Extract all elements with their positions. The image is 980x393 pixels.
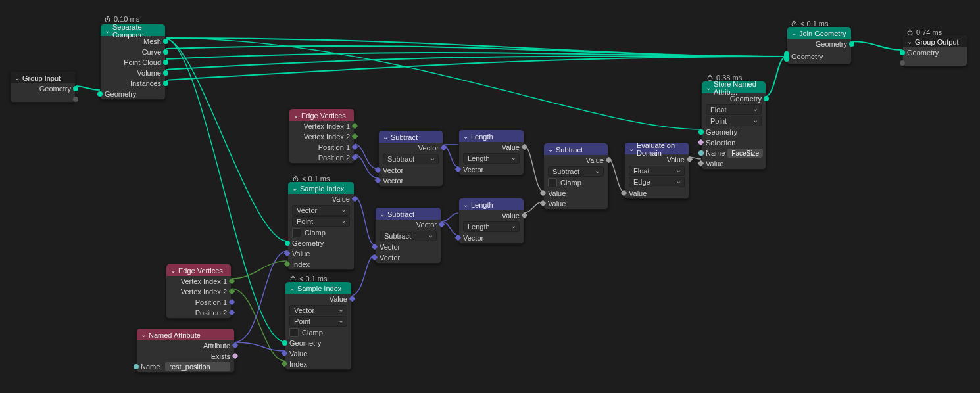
clamp-checkbox-row[interactable]: Clamp <box>288 227 354 238</box>
socket[interactable] <box>163 49 168 55</box>
node-header[interactable]: ⌄Named Attribute <box>137 329 234 340</box>
node-sample-index-1[interactable]: ⌄Sample Index Value Vector Point Clamp G… <box>287 181 355 270</box>
node-header[interactable]: ⌄Subtract <box>376 208 441 220</box>
operation-dropdown[interactable]: Subtract <box>548 166 604 177</box>
node-evaluate-on-domain[interactable]: ⌄Evaluate on Domain Value Float Edge Val… <box>624 142 689 199</box>
socket[interactable] <box>540 200 547 207</box>
socket[interactable] <box>229 289 235 295</box>
operation-dropdown[interactable]: Length <box>463 221 520 232</box>
socket-geometry[interactable] <box>73 86 78 91</box>
socket[interactable] <box>522 212 528 219</box>
socket[interactable] <box>282 350 288 357</box>
socket-multi[interactable] <box>784 51 789 62</box>
socket[interactable] <box>698 150 704 156</box>
clamp-checkbox-row[interactable]: Clamp <box>285 327 351 338</box>
socket[interactable] <box>163 70 168 76</box>
socket[interactable] <box>352 144 358 150</box>
node-header[interactable]: ⌄Store Named Attrib… <box>702 81 766 93</box>
node-edge-vertices-1[interactable]: ⌄ Edge Vertices Vertex Index 1 Vertex In… <box>289 108 355 164</box>
node-group-output[interactable]: ⌄Group Output Geometry <box>902 35 968 66</box>
node-subtract-vector-1[interactable]: ⌄Subtract Vector Subtract Vector Vector <box>378 130 443 187</box>
datatype-dropdown[interactable]: Vector <box>292 205 350 216</box>
socket[interactable] <box>232 342 239 349</box>
socket[interactable] <box>621 190 627 196</box>
socket[interactable] <box>455 235 462 241</box>
node-header[interactable]: ⌄Subtract <box>379 131 443 143</box>
socket[interactable] <box>163 39 168 44</box>
socket[interactable] <box>606 157 612 164</box>
node-header[interactable]: ⌄Length <box>459 130 524 142</box>
node-header[interactable]: ⌄Subtract <box>544 143 608 155</box>
domain-dropdown[interactable]: Point <box>706 116 762 126</box>
socket[interactable] <box>285 241 290 246</box>
node-join-geometry[interactable]: ⌄Join Geometry Geometry Geometry <box>787 26 852 64</box>
node-length-1[interactable]: ⌄Length Value Length Vector <box>458 129 524 175</box>
node-named-attribute[interactable]: ⌄Named Attribute Attribute Exists Name r… <box>136 328 235 373</box>
socket[interactable] <box>439 221 445 228</box>
socket[interactable] <box>352 154 358 161</box>
checkbox[interactable] <box>292 228 301 237</box>
socket[interactable] <box>687 156 693 163</box>
domain-dropdown[interactable]: Point <box>292 216 350 227</box>
operation-dropdown[interactable]: Subtract <box>383 154 439 164</box>
clamp-checkbox-row[interactable]: Clamp <box>544 177 608 188</box>
node-subtract-float[interactable]: ⌄Subtract Value Subtract Clamp Value Val… <box>543 143 608 210</box>
socket-empty[interactable] <box>900 60 905 66</box>
datatype-dropdown[interactable]: Float <box>706 104 762 115</box>
node-length-2[interactable]: ⌄Length Value Length Vector <box>458 198 524 244</box>
socket[interactable] <box>282 340 287 346</box>
socket[interactable] <box>352 123 358 129</box>
node-header[interactable]: ⌄Sample Index <box>285 282 351 294</box>
node-header[interactable]: ⌄Evaluate on Domain <box>625 143 689 154</box>
socket[interactable] <box>522 144 528 150</box>
domain-dropdown[interactable]: Edge <box>629 177 685 187</box>
node-header[interactable]: ⌄ Edge Vertices <box>289 109 354 121</box>
checkbox[interactable] <box>548 178 557 187</box>
checkbox[interactable] <box>289 328 299 337</box>
node-edge-vertices-2[interactable]: ⌄Edge Vertices Vertex Index 1 Vertex Ind… <box>166 264 232 319</box>
socket[interactable] <box>349 296 356 302</box>
operation-dropdown[interactable]: Length <box>463 153 520 164</box>
node-sample-index-2[interactable]: ⌄Sample Index Value Vector Point Clamp G… <box>285 281 352 370</box>
socket[interactable] <box>229 299 235 306</box>
socket[interactable] <box>372 244 378 250</box>
node-header[interactable]: ⌄ Group Input <box>11 72 75 83</box>
socket[interactable] <box>455 166 462 173</box>
node-header[interactable]: ⌄Join Geometry <box>787 27 851 39</box>
socket[interactable] <box>375 177 381 184</box>
socket[interactable] <box>698 160 704 167</box>
name-field[interactable]: rest_position <box>165 362 230 371</box>
node-separate-components[interactable]: ⌄ Separate Compone… Mesh Curve Point Clo… <box>100 24 166 100</box>
name-field[interactable]: FaceSize <box>727 149 763 158</box>
operation-dropdown[interactable]: Subtract <box>380 231 437 241</box>
node-header[interactable]: ⌄Sample Index <box>288 182 354 194</box>
node-header[interactable]: ⌄ Separate Compone… <box>101 24 165 36</box>
node-subtract-vector-2[interactable]: ⌄Subtract Vector Subtract Vector Vector <box>375 207 441 264</box>
socket[interactable] <box>372 254 378 261</box>
datatype-dropdown[interactable]: Vector <box>289 305 347 315</box>
socket[interactable] <box>284 250 291 257</box>
node-group-input[interactable]: ⌄ Group Input Geometry <box>10 71 76 103</box>
socket[interactable] <box>163 60 168 65</box>
socket[interactable] <box>849 41 854 47</box>
socket[interactable] <box>163 81 168 86</box>
socket[interactable] <box>698 139 704 146</box>
socket[interactable] <box>282 361 288 367</box>
node-header[interactable]: ⌄Length <box>459 198 524 210</box>
node-store-named-attribute[interactable]: ⌄Store Named Attrib… Geometry Float Poin… <box>701 81 766 170</box>
node-header[interactable]: ⌄Group Output <box>903 35 967 47</box>
socket[interactable] <box>229 310 235 316</box>
socket[interactable] <box>352 133 358 140</box>
socket[interactable] <box>284 261 291 267</box>
socket-empty[interactable] <box>73 97 78 102</box>
socket[interactable] <box>375 167 381 173</box>
socket[interactable] <box>441 145 447 151</box>
socket[interactable] <box>134 364 139 369</box>
socket[interactable] <box>540 190 547 196</box>
socket[interactable] <box>97 91 103 97</box>
socket[interactable] <box>900 50 905 55</box>
node-header[interactable]: ⌄Edge Vertices <box>166 264 231 276</box>
socket[interactable] <box>229 278 235 285</box>
domain-dropdown[interactable]: Point <box>289 316 347 327</box>
socket[interactable] <box>764 96 769 101</box>
